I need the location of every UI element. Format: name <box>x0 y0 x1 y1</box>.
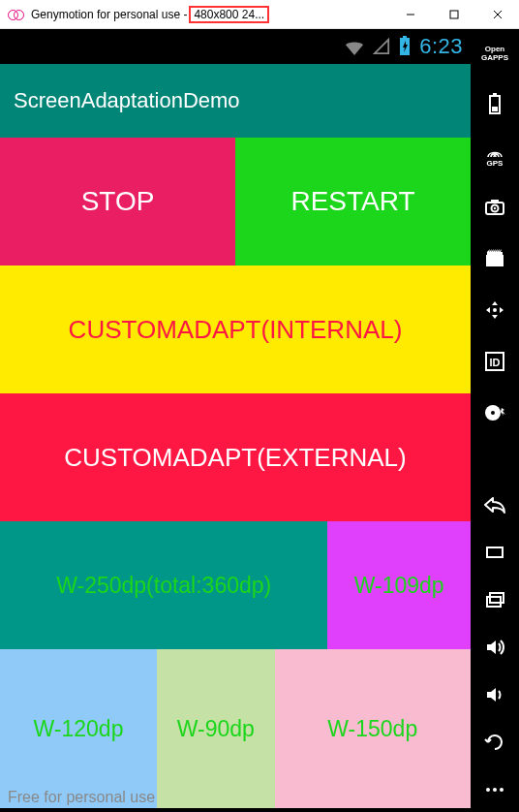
svg-point-14 <box>493 308 497 312</box>
window-title-prefix: Genymotion for personal use - <box>31 8 187 21</box>
stop-button[interactable]: STOP <box>0 138 235 265</box>
remote-control-icon[interactable] <box>482 297 507 323</box>
gps-label: GPS <box>487 159 504 168</box>
customadapt-internal-label: CUSTOMADAPT(INTERNAL) <box>69 315 403 345</box>
screencast-icon[interactable] <box>482 246 507 271</box>
battery-icon[interactable] <box>482 92 507 117</box>
svg-point-11 <box>494 207 496 209</box>
android-statusbar: 6:23 <box>0 29 471 64</box>
rotate-screen-button[interactable] <box>482 730 507 755</box>
window-titlebar: Genymotion for personal use - 480x800 24… <box>0 0 519 29</box>
customadapt-external-label: CUSTOMADAPT(EXTERNAL) <box>64 443 406 473</box>
w109-label: W-109dp <box>354 573 444 599</box>
open-gapps-button[interactable]: Open GAPPS <box>482 41 507 66</box>
svg-rect-7 <box>493 93 497 96</box>
disk-io-icon[interactable] <box>482 400 507 425</box>
identifiers-icon[interactable]: ID <box>482 349 507 374</box>
client-area: 6:23 ScreenAdaptationDemo STOP RESTART C… <box>0 29 519 812</box>
app-action-bar: ScreenAdaptationDemo <box>0 64 471 138</box>
svg-point-23 <box>493 788 497 792</box>
w109-cell[interactable]: W-109dp <box>327 521 471 649</box>
w250-cell[interactable]: W-250dp(total:360dp) <box>0 521 327 649</box>
open-gapps-top: Open <box>485 45 504 53</box>
cell-signal-icon <box>373 38 390 55</box>
android-recent-button[interactable] <box>482 587 507 612</box>
svg-text:ID: ID <box>490 357 501 368</box>
battery-charging-icon <box>398 36 412 57</box>
svg-point-22 <box>486 788 490 792</box>
restart-label: RESTART <box>290 186 414 217</box>
row-3: CUSTOMADAPT(EXTERNAL) <box>0 393 471 521</box>
row-5: W-120dp W-90dp W-150dp <box>0 649 471 808</box>
w90-label: W-90dp <box>177 716 255 742</box>
volume-up-button[interactable] <box>482 635 507 660</box>
minimize-button[interactable] <box>388 0 432 29</box>
window-title-resolution: 480x800 24... <box>189 6 269 23</box>
w150-label: W-150dp <box>327 716 417 742</box>
w120-label: W-120dp <box>34 716 124 742</box>
open-gapps-bot: GAPPS <box>481 53 508 62</box>
customadapt-internal-button[interactable]: CUSTOMADAPT(INTERNAL) <box>0 265 471 393</box>
restart-button[interactable]: RESTART <box>235 138 471 265</box>
svg-rect-19 <box>487 547 503 557</box>
w150-cell[interactable]: W-150dp <box>275 649 472 808</box>
gps-icon[interactable]: GPS <box>482 143 507 169</box>
statusbar-clock: 6:23 <box>419 34 463 59</box>
row-1: STOP RESTART <box>0 138 471 265</box>
maximize-button[interactable] <box>432 0 475 29</box>
w250-label: W-250dp(total:360dp) <box>56 573 271 599</box>
app-title: ScreenAdaptationDemo <box>14 88 240 113</box>
svg-rect-13 <box>486 255 504 266</box>
watermark-text: Free for personal use <box>8 789 155 806</box>
window-buttons <box>388 0 519 29</box>
emulator-screen: 6:23 ScreenAdaptationDemo STOP RESTART C… <box>0 29 471 812</box>
svg-point-24 <box>500 788 504 792</box>
customadapt-external-button[interactable]: CUSTOMADAPT(EXTERNAL) <box>0 393 471 521</box>
stop-label: STOP <box>81 186 155 217</box>
svg-point-18 <box>491 411 495 415</box>
genymotion-logo-icon <box>8 9 25 20</box>
genymotion-sidebar: Open GAPPS GPS ID <box>471 29 519 812</box>
volume-down-button[interactable] <box>482 682 507 707</box>
more-button[interactable] <box>482 777 507 802</box>
svg-rect-5 <box>403 36 407 38</box>
android-back-button[interactable] <box>482 492 507 517</box>
w90-cell[interactable]: W-90dp <box>157 649 275 808</box>
app-content: STOP RESTART CUSTOMADAPT(INTERNAL) CUSTO… <box>0 138 471 812</box>
camera-icon[interactable] <box>482 195 507 220</box>
svg-rect-12 <box>491 200 499 203</box>
row-4: W-250dp(total:360dp) W-109dp <box>0 521 471 649</box>
android-home-button[interactable] <box>482 540 507 565</box>
svg-rect-1 <box>450 11 458 18</box>
wifi-icon <box>344 38 365 55</box>
close-button[interactable] <box>475 0 519 29</box>
row-2: CUSTOMADAPT(INTERNAL) <box>0 265 471 393</box>
svg-rect-8 <box>492 107 498 111</box>
w120-cell[interactable]: W-120dp <box>0 649 157 808</box>
